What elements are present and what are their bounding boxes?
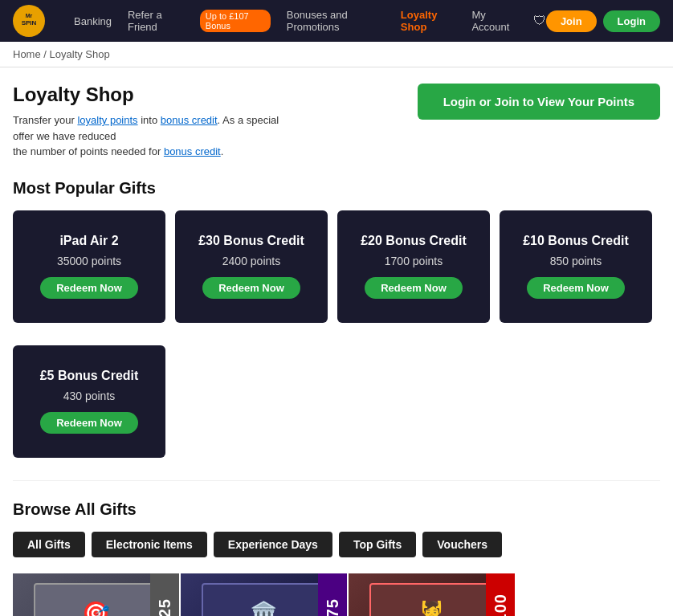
svg-text:Mr: Mr <box>26 13 33 18</box>
gift-bonus5-title: £5 Bonus Credit <box>40 369 139 383</box>
nav-refer[interactable]: Refer a Friend <box>128 9 184 33</box>
join-button[interactable]: Join <box>546 10 597 32</box>
nav-loyalty[interactable]: Loyalty Shop <box>401 9 456 33</box>
nav-bonus-badge[interactable]: Up to £107 Bonus <box>200 10 271 32</box>
scarlet-image: 💆 £100 <box>349 573 515 617</box>
redeem-bonus10-button[interactable]: Redeem Now <box>527 277 625 299</box>
filter-top-gifts[interactable]: Top Gifts <box>339 532 416 557</box>
shield-icon: 🛡 <box>533 14 546 28</box>
collection-indigo: 🏛️ £75 Indigo Collection 10000 Points ne… <box>181 573 347 617</box>
redeem-bonus20-button[interactable]: Redeem Now <box>365 277 463 299</box>
collection-graphite: 🎯 £25 Graphite Collection 5000 Points ne… <box>13 573 179 617</box>
gift-bonus20-title: £20 Bonus Credit <box>361 234 467 248</box>
gift-bonus5-points: 430 points <box>63 390 116 402</box>
browse-title: Browse All Gifts <box>13 500 660 519</box>
divider <box>13 480 660 481</box>
gifts-grid: iPad Air 2 35000 points Redeem Now £30 B… <box>13 210 660 323</box>
redeem-bonus5-button[interactable]: Redeem Now <box>40 412 138 434</box>
collection-grid: 🎯 £25 Graphite Collection 5000 Points ne… <box>13 573 660 617</box>
filter-experience[interactable]: Experience Days <box>214 532 332 557</box>
gift-bonus10-points: 850 points <box>550 255 602 267</box>
breadcrumb-home[interactable]: Home <box>13 48 41 60</box>
indigo-image: 🏛️ £75 <box>181 573 347 617</box>
filter-electronic[interactable]: Electronic Items <box>92 532 207 557</box>
page-title: Loyalty Shop <box>13 84 302 106</box>
gifts-grid-row2: £5 Bonus Credit 430 points Redeem Now <box>13 345 660 458</box>
nav-buttons: Join Login <box>546 10 660 32</box>
graphite-badge: £25 <box>150 573 179 617</box>
indigo-badge: £75 <box>318 573 347 617</box>
svg-text:SPIN: SPIN <box>22 19 37 27</box>
filter-vouchers[interactable]: Vouchers <box>422 532 502 557</box>
gift-bonus30-points: 2400 points <box>222 255 280 267</box>
login-to-view-points-button[interactable]: Login or Join to View Your Points <box>418 84 660 120</box>
breadcrumb-separator: / <box>43 48 49 60</box>
page-description: Transfer your loyalty points into bonus … <box>13 112 302 160</box>
browse-section: Browse All Gifts All Gifts Electronic It… <box>13 500 660 617</box>
nav-bonuses[interactable]: Bonuses and Promotions <box>287 9 385 33</box>
gift-card-bonus10: £10 Bonus Credit 850 points Redeem Now <box>500 210 652 323</box>
gift-card-bonus30: £30 Bonus Credit 2400 points Redeem Now <box>175 210 328 323</box>
scarlet-badge-text: £100 <box>491 594 510 616</box>
login-button[interactable]: Login <box>603 10 660 32</box>
gift-card-bonus20: £20 Bonus Credit 1700 points Redeem Now <box>337 210 490 323</box>
bonus-credit-link2[interactable]: bonus credit <box>164 145 221 157</box>
scarlet-badge: £100 <box>486 573 515 617</box>
gift-bonus20-points: 1700 points <box>385 255 443 267</box>
page-header: Loyalty Shop Transfer your loyalty point… <box>13 84 660 160</box>
filter-all-gifts[interactable]: All Gifts <box>13 532 85 557</box>
navigation: Mr SPIN Banking Refer a Friend Up to £10… <box>0 0 673 42</box>
logo-icon: Mr SPIN <box>13 5 45 37</box>
breadcrumb-current: Loyalty Shop <box>50 48 110 60</box>
indigo-badge-text: £75 <box>324 598 342 616</box>
nav-banking[interactable]: Banking <box>74 15 112 27</box>
redeem-ipad-button[interactable]: Redeem Now <box>40 277 138 299</box>
nav-links: Banking Refer a Friend Up to £107 Bonus … <box>74 9 546 33</box>
breadcrumb: Home / Loyalty Shop <box>0 42 673 67</box>
nav-account[interactable]: My Account <box>471 9 516 33</box>
gift-ipad-title: iPad Air 2 <box>59 234 118 248</box>
graphite-image: 🎯 £25 <box>13 573 179 617</box>
bonus-credit-link[interactable]: bonus credit <box>161 114 218 126</box>
gift-card-bonus5: £5 Bonus Credit 430 points Redeem Now <box>13 345 165 458</box>
browse-filters: All Gifts Electronic Items Experience Da… <box>13 532 660 557</box>
redeem-bonus30-button[interactable]: Redeem Now <box>202 277 300 299</box>
most-popular-title: Most Popular Gifts <box>13 179 660 198</box>
graphite-badge-text: £25 <box>156 598 174 616</box>
gift-card-ipad: iPad Air 2 35000 points Redeem Now <box>13 210 165 323</box>
collection-scarlet: 💆 £100 Scarlet Collection 12500 Points n… <box>349 573 515 617</box>
main-content: Loyalty Shop Transfer your loyalty point… <box>0 67 673 616</box>
loyalty-points-link[interactable]: loyalty points <box>77 114 137 126</box>
most-popular-section: Most Popular Gifts iPad Air 2 35000 poin… <box>13 179 660 458</box>
logo[interactable]: Mr SPIN <box>13 5 48 37</box>
gift-ipad-points: 35000 points <box>57 255 121 267</box>
page-header-left: Loyalty Shop Transfer your loyalty point… <box>13 84 302 160</box>
gift-bonus10-title: £10 Bonus Credit <box>523 234 629 248</box>
gift-bonus30-title: £30 Bonus Credit <box>198 234 304 248</box>
